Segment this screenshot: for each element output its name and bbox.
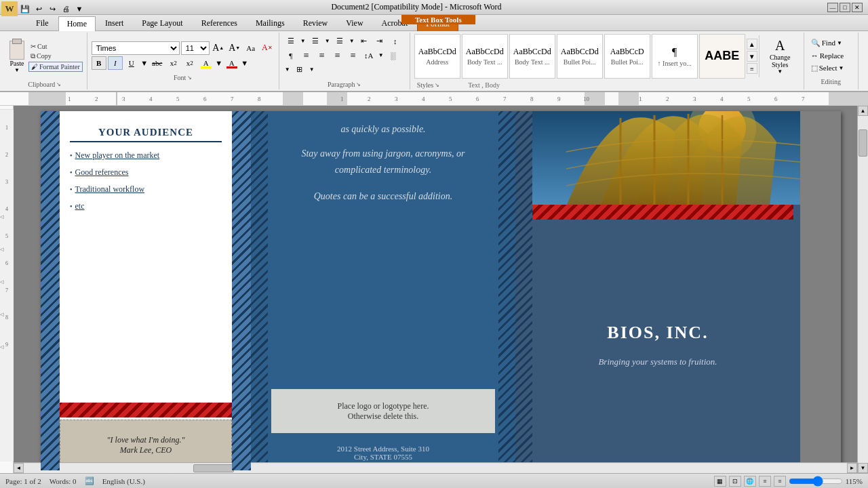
svg-text:8: 8 bbox=[258, 96, 261, 102]
align-center-button[interactable]: ≡ bbox=[315, 49, 330, 62]
style-address[interactable]: AaBbCcDd Address bbox=[414, 34, 460, 79]
tab-home[interactable]: Home bbox=[58, 16, 96, 31]
full-screen-btn[interactable]: ⊡ bbox=[729, 476, 741, 487]
find-button[interactable]: 🔍 Find ▼ bbox=[808, 37, 847, 49]
bullets-dropdown[interactable]: ▼ bbox=[299, 35, 307, 48]
zoom-slider[interactable] bbox=[789, 477, 843, 485]
numbering-dropdown[interactable]: ▼ bbox=[323, 35, 332, 48]
font-size-select[interactable]: 11 bbox=[181, 41, 210, 55]
pages-area[interactable]: YOUR AUDIENCE • New player on the market… bbox=[14, 106, 868, 473]
change-styles-dropdown[interactable]: ▼ bbox=[777, 68, 783, 75]
copy-button[interactable]: ⧉ Copy bbox=[28, 52, 83, 61]
subscript-button[interactable]: x2 bbox=[166, 56, 181, 70]
styles-scroll-down[interactable]: ▼ bbox=[747, 51, 757, 62]
tab-review[interactable]: Review bbox=[294, 16, 337, 30]
scroll-left-button[interactable]: ◄ bbox=[14, 463, 24, 473]
indent-decrease-button[interactable]: ⇤ bbox=[357, 35, 372, 48]
tab-mailings[interactable]: Mailings bbox=[247, 16, 294, 30]
spell-check-icon[interactable]: 🔤 bbox=[85, 476, 94, 485]
paste-button[interactable]: Paste ▼ bbox=[7, 39, 27, 75]
minimize-button[interactable]: — bbox=[827, 3, 838, 12]
tab-insert[interactable]: Insert bbox=[96, 16, 132, 30]
save-button[interactable]: 💾 bbox=[19, 3, 31, 15]
outline-btn[interactable]: ≡ bbox=[759, 476, 771, 487]
align-left-button[interactable]: ≡ bbox=[299, 49, 314, 62]
styles-scroll-up[interactable]: ▲ bbox=[747, 39, 757, 49]
vertical-scrollbar[interactable]: ▲ ▼ bbox=[857, 106, 868, 473]
bold-button[interactable]: B bbox=[92, 56, 106, 70]
underline-dropdown[interactable]: ▼ bbox=[140, 56, 149, 70]
borders-dropdown[interactable]: ▼ bbox=[308, 63, 316, 77]
format-painter-button[interactable]: 🖌 Format Painter bbox=[28, 62, 83, 72]
h-scroll-thumb[interactable] bbox=[193, 464, 234, 472]
tab-pagelayout[interactable]: Page Layout bbox=[133, 16, 191, 30]
font-shrink-button[interactable]: A▼ bbox=[227, 41, 242, 55]
shading-dropdown[interactable]: ▼ bbox=[283, 63, 292, 77]
highlight-button[interactable]: A bbox=[199, 56, 214, 70]
style-body-text2[interactable]: AaBbCcDd Body Text ... bbox=[509, 34, 555, 79]
scroll-up-button[interactable]: ▲ bbox=[858, 106, 868, 116]
undo-button[interactable]: ↩ bbox=[33, 3, 45, 15]
cut-button[interactable]: ✂ Cut bbox=[28, 42, 83, 51]
style-heading[interactable]: AABE bbox=[699, 34, 745, 79]
print-layout-btn[interactable]: ▦ bbox=[714, 476, 726, 487]
style-bullet2[interactable]: AaBbCcD Bullet Poi... bbox=[604, 34, 650, 79]
styles-expand-icon[interactable]: ↘ bbox=[435, 82, 439, 88]
h-scroll-track[interactable] bbox=[24, 464, 847, 473]
draft-btn[interactable]: ≡ bbox=[774, 476, 786, 487]
font-color-btn-dropdown[interactable]: ▼ bbox=[241, 56, 249, 70]
file-button[interactable]: W bbox=[1, 1, 18, 16]
svg-text:5: 5 bbox=[449, 96, 452, 102]
align-right-button[interactable]: ≡ bbox=[330, 49, 345, 62]
print-button[interactable]: 🖨 bbox=[60, 3, 72, 15]
close-button[interactable]: ✕ bbox=[852, 3, 863, 12]
line-spacing-dropdown[interactable]: ▼ bbox=[377, 49, 385, 62]
multilevel-button[interactable]: ☰ bbox=[332, 35, 347, 48]
shading-button[interactable]: ░ bbox=[386, 49, 401, 62]
select-button[interactable]: ⬚ Select ▼ bbox=[808, 62, 847, 74]
clipboard-expand-icon[interactable]: ↘ bbox=[56, 81, 61, 87]
font-grow-button[interactable]: A▲ bbox=[211, 41, 226, 55]
tab-file[interactable]: File bbox=[27, 16, 58, 30]
font-color-button[interactable]: A bbox=[224, 56, 239, 70]
maximize-button[interactable]: □ bbox=[840, 3, 850, 12]
bullets-button[interactable]: ☰ bbox=[283, 35, 298, 48]
font-name-select[interactable]: Times bbox=[92, 41, 180, 55]
find-dropdown[interactable]: ▼ bbox=[837, 40, 842, 46]
borders-button[interactable]: ⊞ bbox=[292, 63, 307, 77]
style-insert[interactable]: ¶ ↑ Insert yo... bbox=[652, 34, 698, 79]
paragraph-expand-icon[interactable]: ↘ bbox=[356, 81, 361, 87]
tab-view[interactable]: View bbox=[337, 16, 372, 30]
scroll-thumb[interactable] bbox=[859, 129, 867, 157]
replace-button[interactable]: ↔ Replace bbox=[808, 50, 847, 61]
sort-button[interactable]: ↕ bbox=[388, 35, 403, 48]
indent-increase-button[interactable]: ⇥ bbox=[372, 35, 387, 48]
style-bullet[interactable]: AaBbCcDd Bullet Poi... bbox=[557, 34, 603, 79]
font-case-button[interactable]: Aa bbox=[243, 41, 258, 55]
select-dropdown[interactable]: ▼ bbox=[839, 65, 844, 71]
font-expand-icon[interactable]: ↘ bbox=[187, 75, 192, 81]
clear-formatting-button[interactable]: A✕ bbox=[260, 41, 275, 55]
scroll-right-button[interactable]: ► bbox=[847, 463, 857, 473]
redo-button[interactable]: ↪ bbox=[46, 3, 58, 15]
line-spacing-button[interactable]: ↕A bbox=[361, 49, 376, 62]
justify-button[interactable]: ≡ bbox=[346, 49, 361, 62]
italic-button[interactable]: I bbox=[108, 56, 123, 70]
superscript-button[interactable]: x2 bbox=[182, 56, 197, 70]
styles-scroll-more[interactable]: ≡ bbox=[747, 63, 757, 74]
customize-button[interactable]: ▼ bbox=[73, 3, 85, 15]
font-color-dropdown[interactable]: ▼ bbox=[215, 56, 223, 70]
horizontal-scrollbar[interactable]: ◄ ► bbox=[14, 462, 857, 473]
numbering-button[interactable]: ☰ bbox=[308, 35, 323, 48]
show-marks-button[interactable]: ¶ bbox=[283, 49, 298, 62]
paste-dropdown-icon[interactable]: ▼ bbox=[14, 67, 20, 73]
change-styles-button[interactable]: A Change Styles ▼ bbox=[759, 35, 800, 77]
multilevel-dropdown[interactable]: ▼ bbox=[348, 35, 356, 48]
web-layout-btn[interactable]: 🌐 bbox=[744, 476, 756, 487]
scroll-track[interactable] bbox=[858, 116, 868, 463]
strikethrough-button[interactable]: abc bbox=[150, 56, 165, 70]
scroll-down-button[interactable]: ▼ bbox=[858, 463, 868, 473]
style-body-text[interactable]: AaBbCcDd Body Text ... bbox=[462, 34, 508, 79]
underline-button[interactable]: U bbox=[124, 56, 139, 70]
tab-references[interactable]: References bbox=[193, 16, 246, 30]
